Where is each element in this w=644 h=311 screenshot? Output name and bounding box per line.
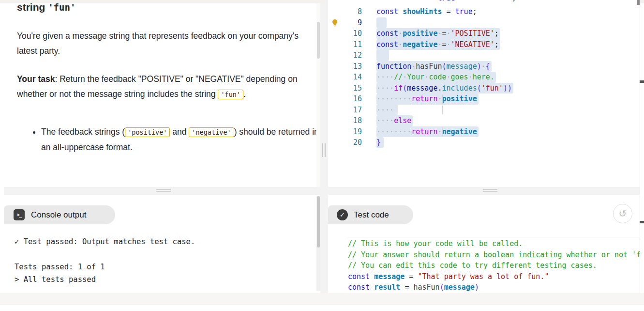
console-output-text: ✓ Test passed: Output matches test case.… <box>15 235 195 286</box>
code-text[interactable] <box>376 17 640 29</box>
exercise-title-code: 'fun' <box>48 3 75 13</box>
indent-guide <box>442 127 443 137</box>
line-number: 17 <box>328 105 362 116</box>
bottom-edge-strip <box>0 293 644 305</box>
vertical-divider-grip[interactable] <box>325 143 326 157</box>
line-number: 16 <box>328 93 362 105</box>
code-line[interactable]: 17···· <box>328 105 640 116</box>
instructions-scrollbar-thumb[interactable] <box>317 22 320 59</box>
console-panel: >_ Console output ✓ Test passed: Output … <box>4 195 316 293</box>
code-text[interactable]: } <box>376 137 640 148</box>
code-line[interactable]: 18····else <box>328 115 640 126</box>
task-suffix: . <box>243 89 246 99</box>
code-text[interactable]: function·hasFun(message)·{ <box>376 61 640 72</box>
bullet-text-mid: and <box>170 127 189 137</box>
line-number: 10 <box>328 28 362 39</box>
code-line[interactable]: 19········return·negative <box>328 126 640 138</box>
bullet-text-pre: The feedback strings ( <box>41 127 125 137</box>
intro-paragraph: You're given a message string that repre… <box>17 29 304 59</box>
code-line[interactable]: 14····//·Your·code·goes·here. <box>328 72 640 83</box>
line-number: 12 <box>328 50 362 61</box>
code-line[interactable]: true , <box>328 0 640 3</box>
console-line: ✓ Test passed: Output matches test case. <box>15 235 195 248</box>
selection-highlight: const·positive·=·'POSITIVE'; <box>376 28 500 39</box>
right-rail-handle-top[interactable] <box>640 80 644 83</box>
testcode-divider-line <box>348 237 640 237</box>
testcode-line[interactable]: const result = hasFun(message) <box>348 282 640 293</box>
vertical-split-divider[interactable] <box>320 3 328 293</box>
test-code-tab[interactable]: ✓ Test code <box>328 205 413 224</box>
line-number: 18 <box>328 115 362 126</box>
line-number: 11 <box>328 39 362 50</box>
console-line: Tests passed: 1 of 1 <box>15 261 195 273</box>
task-label: Your task <box>17 74 55 84</box>
terminal-icon: >_ <box>14 209 25 220</box>
testcode-line[interactable]: // This is how your code will be called. <box>348 238 640 249</box>
code-text[interactable] <box>376 50 640 61</box>
bottom-margin <box>0 305 644 311</box>
line-number: 14 <box>328 72 362 83</box>
testcode-panel: ✓ Test code ↺ // This is how your code w… <box>328 195 640 293</box>
testcode-line[interactable]: const message = "That party was a lot of… <box>348 271 640 282</box>
selection-highlight: ····//·Your·code·goes·here. <box>376 72 496 83</box>
code-text[interactable]: ········return·positive <box>376 93 640 105</box>
code-text[interactable]: ···· <box>376 105 640 116</box>
exercise-title: string 'fun' <box>17 3 75 13</box>
selection-highlight: ········return·positive <box>376 93 479 105</box>
lightbulb-icon[interactable] <box>331 19 339 27</box>
vertical-divider-grip[interactable] <box>322 143 323 157</box>
editor-lines[interactable]: true ,8const showHints = true;910const·p… <box>328 0 640 187</box>
inline-code-fun: 'fun' <box>218 90 243 99</box>
code-line[interactable]: 16········return·positive <box>328 93 640 105</box>
console-line: > All tests passed <box>15 273 195 286</box>
code-text[interactable]: ········return·negative <box>376 126 640 138</box>
code-line[interactable]: 20} <box>328 137 640 148</box>
right-rail-handle-bottom[interactable] <box>640 221 644 223</box>
code-text[interactable]: true , <box>376 0 640 3</box>
selection-highlight: ····if(message.includes('fun')) <box>376 83 513 94</box>
code-text[interactable]: const showHints = true; <box>376 6 640 17</box>
editor-scrollbar-thumb[interactable] <box>637 0 640 5</box>
code-text[interactable]: const·negative·=·'NEGATIVE'; <box>376 39 640 50</box>
code-line[interactable]: 9 <box>328 17 640 29</box>
code-line[interactable]: 10const·positive·=·'POSITIVE'; <box>328 28 640 39</box>
reset-test-code-button[interactable]: ↺ <box>613 204 632 223</box>
console-tab-label: Console output <box>31 210 86 220</box>
inline-code-negative: 'negative' <box>189 127 234 137</box>
testcode-lines[interactable]: // This is how your code will be called.… <box>348 238 640 293</box>
line-number: 8 <box>328 6 362 17</box>
horizontal-split-divider[interactable] <box>4 187 640 195</box>
code-text[interactable]: ····else <box>376 115 640 126</box>
selection-highlight: ···· <box>376 105 398 116</box>
line-number: 15 <box>328 83 362 94</box>
horizontal-divider-grip-right[interactable] <box>483 191 497 192</box>
selection-highlight <box>376 17 387 29</box>
testcode-line[interactable]: // You can edit this code to try differe… <box>348 260 640 271</box>
console-line <box>15 248 195 261</box>
selection-highlight: ········return·negative <box>376 126 479 138</box>
line-number: 19 <box>328 126 362 138</box>
code-text[interactable]: ····if(message.includes('fun')) <box>376 83 640 94</box>
code-line[interactable]: 12 <box>328 50 640 61</box>
indent-guide <box>442 106 443 115</box>
code-editor-panel[interactable]: true ,8const showHints = true;910const·p… <box>328 0 640 187</box>
task-text: : Return the feedback "POSITIVE" or "NEG… <box>17 74 298 99</box>
horizontal-divider-grip-left[interactable] <box>156 191 171 192</box>
selection-highlight: } <box>376 137 384 148</box>
code-text[interactable]: ····//·Your·code·goes·here. <box>376 72 640 83</box>
console-scrollbar-thumb[interactable] <box>317 196 320 248</box>
console-output-tab[interactable]: >_ Console output <box>4 205 115 224</box>
notes-list: The feedback strings ('positive' and 'ne… <box>17 124 316 155</box>
code-line[interactable]: 8const showHints = true; <box>328 6 640 17</box>
code-line[interactable]: 15····if(message.includes('fun')) <box>328 83 640 94</box>
horizontal-divider-grip-left[interactable] <box>156 189 171 190</box>
code-line[interactable]: 11const·negative·=·'NEGATIVE'; <box>328 39 640 50</box>
check-icon: ✓ <box>337 209 348 220</box>
line-number: 20 <box>328 137 362 148</box>
horizontal-divider-grip-right[interactable] <box>483 189 497 190</box>
code-text[interactable]: const·positive·=·'POSITIVE'; <box>376 28 640 39</box>
app-root: string 'fun' You're given a message stri… <box>0 0 644 311</box>
list-item: The feedback strings ('positive' and 'ne… <box>41 124 316 155</box>
code-line[interactable]: 13function·hasFun(message)·{ <box>328 61 640 72</box>
testcode-line[interactable]: // Your answer should return a boolean i… <box>348 249 640 261</box>
